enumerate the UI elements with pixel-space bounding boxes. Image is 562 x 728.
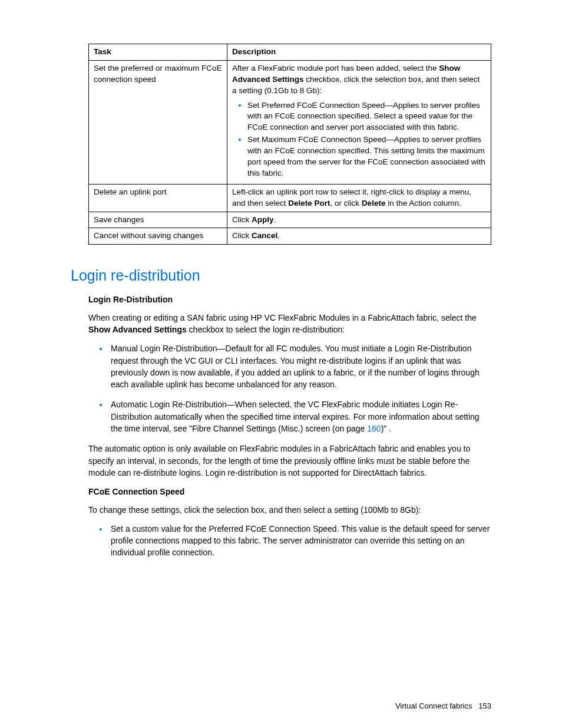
paragraph: To change these settings, click the sele… (88, 504, 491, 516)
list-item: Set Maximum FCoE Connection Speed—Applie… (247, 134, 486, 180)
paragraph: The automatic option is only available o… (88, 443, 491, 479)
table-row: Delete an uplink port Left-click an upli… (89, 184, 491, 212)
desc-cell: After a FlexFabric module port has been … (227, 60, 491, 184)
task-cell: Set the preferred or maximum FCoE connec… (89, 60, 227, 184)
body-content: Login Re-Distribution When creating or e… (88, 294, 491, 558)
header-task: Task (89, 44, 227, 61)
bullet-list: Set a custom value for the Preferred FCo… (88, 523, 491, 559)
desc-cell: Click Cancel. (227, 228, 491, 245)
footer-section: Virtual Connect fabrics (395, 701, 472, 710)
page: Task Description Set the preferred or ma… (0, 0, 562, 728)
page-footer: Virtual Connect fabrics 153 (395, 701, 491, 710)
list-item: Set Preferred FCoE Connection Speed—Appl… (247, 100, 486, 135)
list-item: Manual Login Re-Distribution—Default for… (108, 342, 491, 390)
subheading: Login Re-Distribution (88, 294, 491, 305)
list-item: Automatic Login Re-Distribution—When sel… (108, 398, 491, 434)
table-row: Set the preferred or maximum FCoE connec… (89, 60, 491, 184)
desc-cell: Left-click an uplink port row to select … (227, 184, 491, 212)
footer-page-number: 153 (478, 701, 491, 710)
bullet-list: Manual Login Re-Distribution—Default for… (88, 342, 491, 434)
task-cell: Save changes (89, 212, 227, 228)
list-item: Set a custom value for the Preferred FCo… (108, 523, 491, 559)
paragraph: When creating or editing a SAN fabric us… (88, 312, 491, 336)
section-heading: Login re-distribution (71, 267, 491, 284)
desc-cell: Click Apply. (227, 212, 491, 228)
desc-bullets: Set Preferred FCoE Connection Speed—Appl… (232, 100, 486, 180)
table-row: Save changes Click Apply. (89, 212, 491, 228)
table-row: Cancel without saving changes Click Canc… (89, 228, 491, 245)
header-description: Description (227, 44, 491, 61)
page-ref-link[interactable]: 160 (367, 424, 381, 433)
task-cell: Delete an uplink port (89, 184, 227, 212)
subheading: FCoE Connection Speed (88, 486, 491, 498)
task-table: Task Description Set the preferred or ma… (88, 44, 491, 245)
task-cell: Cancel without saving changes (89, 228, 227, 245)
